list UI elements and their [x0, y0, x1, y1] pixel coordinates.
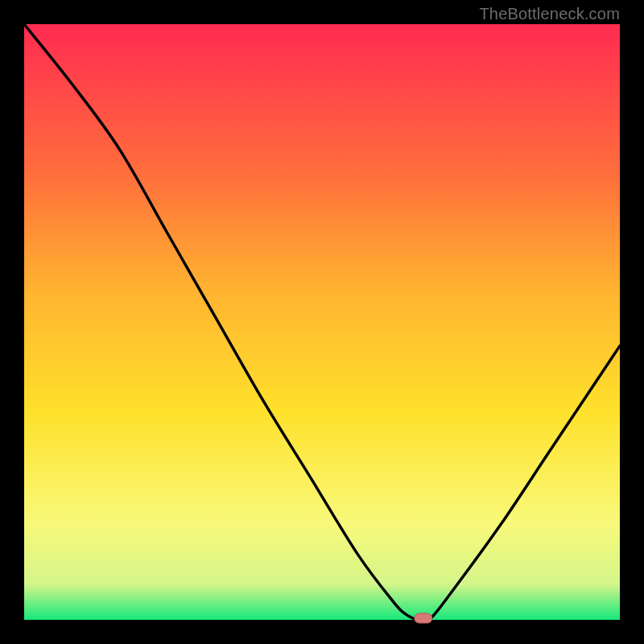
attribution-text: TheBottleneck.com	[479, 5, 620, 23]
optimal-marker	[415, 613, 432, 623]
plot-area	[24, 24, 620, 620]
chart-container: TheBottleneck.com	[0, 0, 644, 644]
curve-layer	[24, 24, 620, 620]
bottleneck-curve-path	[24, 24, 620, 622]
